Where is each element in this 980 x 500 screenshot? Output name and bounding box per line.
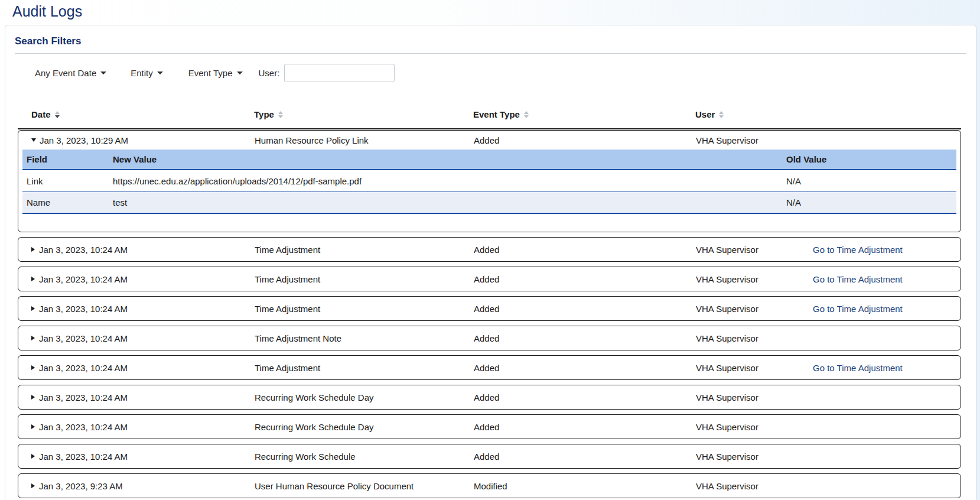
expand-row-icon[interactable] [31, 395, 35, 400]
row-event-type-text: Added [474, 135, 696, 145]
detail-column-new-value: New Value [113, 154, 786, 164]
detail-table-header: FieldNew ValueOld Value [22, 150, 956, 170]
caret-down-icon [237, 72, 243, 74]
table-row-main[interactable]: Jan 3, 2023, 10:24 AMTime AdjustmentAdde… [18, 267, 961, 291]
row-event-type-text: Added [474, 363, 696, 373]
user-filter-group: User: [259, 64, 395, 82]
expand-row-icon[interactable] [31, 306, 35, 311]
detail-column-old-value: Old Value [786, 154, 956, 164]
expand-row-icon[interactable] [31, 424, 35, 429]
sort-icon-event-type[interactable] [524, 111, 529, 118]
column-header-type[interactable]: Type [254, 109, 473, 119]
table-row-main[interactable]: Jan 3, 2023, 10:24 AMRecurring Work Sche… [18, 415, 961, 439]
row-user-text: VHA Supervisor [696, 392, 813, 402]
table-row-main[interactable]: Jan 3, 2023, 10:24 AMTime Adjustment Not… [18, 326, 961, 350]
table-row: Jan 3, 2023, 10:24 AMRecurring Work Sche… [18, 385, 961, 410]
row-event-type-text: Added [474, 245, 696, 255]
row-event-type-text: Added [474, 422, 696, 432]
filter-bar: Any Event Date Entity Event Type User: [15, 64, 966, 82]
row-date-cell: Jan 3, 2023, 10:24 AM [18, 274, 255, 284]
sort-icon-date[interactable] [55, 111, 60, 118]
table-row: Jan 3, 2023, 9:23 AMUser Human Resource … [18, 473, 961, 498]
table-row-main[interactable]: Jan 3, 2023, 9:23 AMUser Human Resource … [18, 474, 961, 498]
row-date-text: Jan 3, 2023, 10:24 AM [39, 422, 128, 432]
row-date-cell: Jan 3, 2023, 10:24 AM [18, 304, 255, 314]
row-date-cell: Jan 3, 2023, 9:23 AM [18, 481, 255, 491]
row-type-text: Recurring Work Schedule Day [255, 392, 474, 402]
row-action-cell: Go to Time Adjustment [813, 245, 961, 255]
go-to-entity-link[interactable]: Go to Time Adjustment [813, 274, 903, 284]
search-filters-panel: Search Filters Any Event Date Entity Eve… [5, 25, 976, 500]
user-filter-label: User: [259, 68, 280, 78]
row-date-text: Jan 3, 2023, 10:24 AM [39, 274, 128, 284]
table-row-main[interactable]: Jan 3, 2023, 10:24 AMTime AdjustmentAdde… [18, 356, 961, 379]
row-user-text: VHA Supervisor [696, 452, 813, 462]
row-date-cell: Jan 3, 2023, 10:24 AM [18, 333, 255, 343]
row-date-cell: Jan 3, 2023, 10:24 AM [18, 363, 255, 373]
row-user-text: VHA Supervisor [696, 333, 813, 343]
row-date-text: Jan 3, 2023, 10:24 AM [39, 245, 128, 255]
row-user-text: VHA Supervisor [696, 274, 813, 284]
filters-divider [15, 53, 966, 54]
row-user-text: VHA Supervisor [696, 245, 813, 255]
table-row-main[interactable]: Jan 3, 2023, 10:29 AMHuman Resource Poli… [18, 131, 961, 150]
column-header-event-type[interactable]: Event Type [473, 109, 695, 119]
expand-row-icon[interactable] [31, 247, 35, 252]
table-row-main[interactable]: Jan 3, 2023, 10:24 AMTime AdjustmentAdde… [18, 297, 961, 320]
filter-dropdown-event-type[interactable]: Event Type [188, 68, 243, 78]
sort-icon-user[interactable] [719, 111, 724, 118]
table-row-main[interactable]: Jan 3, 2023, 10:24 AMRecurring Work Sche… [18, 444, 961, 468]
row-date-text: Jan 3, 2023, 9:23 AM [39, 481, 123, 491]
row-type-text: Recurring Work Schedule Day [255, 422, 474, 432]
row-type-text: Time Adjustment [255, 274, 474, 284]
table-row: Jan 3, 2023, 10:29 AMHuman Resource Poli… [18, 130, 961, 232]
row-type-text: User Human Resource Policy Document [255, 481, 474, 491]
detail-old-value-text: N/A [786, 176, 956, 186]
table-row-main[interactable]: Jan 3, 2023, 10:24 AMRecurring Work Sche… [18, 385, 961, 409]
caret-down-icon [157, 72, 163, 74]
expand-row-icon[interactable] [31, 336, 35, 340]
row-action-cell: Go to Time Adjustment [813, 274, 961, 284]
row-event-type-text: Added [474, 333, 696, 343]
audit-table-header: Date Type Event Type User [18, 109, 961, 129]
table-row: Jan 3, 2023, 10:24 AMRecurring Work Sche… [18, 444, 961, 469]
row-user-text: VHA Supervisor [696, 135, 813, 145]
go-to-entity-link[interactable]: Go to Time Adjustment [813, 304, 903, 314]
expand-row-icon[interactable] [31, 483, 35, 488]
row-date-text: Jan 3, 2023, 10:24 AM [39, 392, 128, 402]
expand-row-icon[interactable] [31, 277, 35, 281]
table-row: Jan 3, 2023, 10:24 AMTime AdjustmentAdde… [18, 296, 961, 321]
sort-icon-type[interactable] [278, 111, 283, 118]
audit-table-body: Jan 3, 2023, 10:29 AMHuman Resource Poli… [18, 130, 961, 498]
user-filter-input[interactable] [284, 64, 395, 82]
row-detail-table: FieldNew ValueOld ValueLinkhttps://unec.… [22, 150, 956, 214]
filter-dropdown-entity[interactable]: Entity [131, 68, 163, 78]
table-row: Jan 3, 2023, 10:24 AMTime AdjustmentAdde… [18, 355, 961, 380]
row-date-text: Jan 3, 2023, 10:24 AM [39, 363, 128, 373]
table-row: Jan 3, 2023, 10:24 AMRecurring Work Sche… [18, 414, 961, 439]
row-user-text: VHA Supervisor [696, 481, 813, 491]
row-date-text: Jan 3, 2023, 10:29 AM [40, 135, 128, 145]
row-date-text: Jan 3, 2023, 10:24 AM [39, 452, 128, 462]
filter-dropdown-event-date[interactable]: Any Event Date [35, 68, 106, 78]
row-event-type-text: Modified [474, 481, 696, 491]
row-date-cell: Jan 3, 2023, 10:24 AM [18, 245, 255, 255]
table-row-main[interactable]: Jan 3, 2023, 10:24 AMTime AdjustmentAdde… [18, 238, 961, 261]
row-action-cell: Go to Time Adjustment [813, 304, 961, 314]
collapse-row-icon[interactable] [31, 138, 36, 142]
detail-field-text: Name [22, 197, 113, 207]
column-header-date[interactable]: Date [18, 109, 254, 119]
column-header-user[interactable]: User [695, 109, 812, 119]
table-row: Jan 3, 2023, 10:24 AMTime AdjustmentAdde… [18, 267, 961, 291]
row-user-text: VHA Supervisor [696, 363, 813, 373]
expand-row-icon[interactable] [31, 454, 35, 459]
go-to-entity-link[interactable]: Go to Time Adjustment [813, 245, 903, 255]
go-to-entity-link[interactable]: Go to Time Adjustment [813, 363, 903, 373]
row-type-text: Recurring Work Schedule [255, 452, 474, 462]
expand-row-icon[interactable] [31, 365, 35, 370]
filters-heading: Search Filters [15, 35, 966, 48]
audit-table: Date Type Event Type User Jan 3, 2023, 1… [18, 109, 961, 498]
detail-new-value-text: test [113, 197, 786, 207]
table-row: Jan 3, 2023, 10:24 AMTime Adjustment Not… [18, 326, 961, 350]
row-user-text: VHA Supervisor [696, 304, 813, 314]
